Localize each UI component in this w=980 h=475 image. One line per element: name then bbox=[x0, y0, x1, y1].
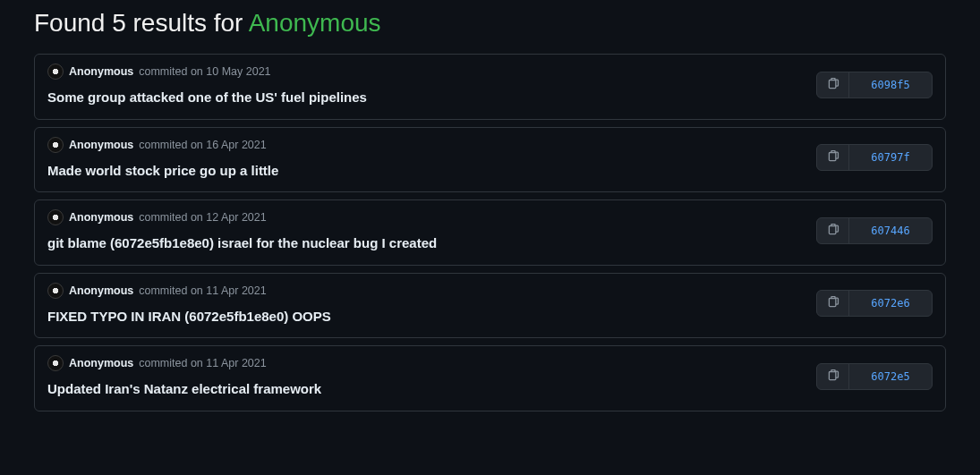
clipboard-icon bbox=[827, 223, 839, 239]
commit-hash-group: 6072e6 bbox=[816, 290, 933, 317]
copy-button[interactable] bbox=[817, 145, 849, 170]
commit-date: commited on 11 Apr 2021 bbox=[139, 284, 266, 297]
commit-row: Anonymous commited on 16 Apr 2021 Made w… bbox=[34, 127, 946, 193]
commit-hash-link[interactable]: 6072e6 bbox=[849, 291, 932, 316]
avatar-icon bbox=[47, 64, 64, 80]
commit-meta-line: Anonymous commited on 16 Apr 2021 bbox=[47, 137, 802, 153]
commit-hash-group: 6072e5 bbox=[816, 363, 933, 390]
commit-author[interactable]: Anonymous bbox=[69, 65, 133, 78]
clipboard-icon bbox=[827, 295, 839, 311]
commit-date: commited on 12 Apr 2021 bbox=[139, 211, 266, 224]
commit-meta-line: Anonymous commited on 11 Apr 2021 bbox=[47, 283, 802, 299]
avatar-icon bbox=[47, 209, 64, 225]
copy-button[interactable] bbox=[817, 218, 849, 243]
commit-message[interactable]: Updated Iran's Natanz electrical framewo… bbox=[47, 380, 802, 398]
heading-query: Anonymous bbox=[249, 9, 381, 37]
commit-message[interactable]: git blame (6072e5fb1e8e0) israel for the… bbox=[47, 234, 802, 252]
commit-meta-line: Anonymous commited on 11 Apr 2021 bbox=[47, 355, 802, 371]
commit-hash-link[interactable]: 60797f bbox=[849, 145, 932, 170]
commit-message[interactable]: Some group attacked one of the US' fuel … bbox=[47, 89, 802, 106]
commit-author[interactable]: Anonymous bbox=[69, 357, 133, 369]
commit-date: commited on 16 Apr 2021 bbox=[139, 139, 266, 151]
commit-author[interactable]: Anonymous bbox=[69, 139, 133, 151]
commit-hash-group: 60797f bbox=[816, 144, 933, 171]
commit-hash-link[interactable]: 6098f5 bbox=[849, 72, 932, 98]
heading-prefix: Found 5 results for bbox=[34, 9, 249, 37]
avatar-icon bbox=[47, 137, 64, 153]
commit-content: Anonymous commited on 11 Apr 2021 FIXED … bbox=[47, 283, 802, 326]
commit-row: Anonymous commited on 10 May 2021 Some g… bbox=[34, 54, 946, 120]
commit-content: Anonymous commited on 11 Apr 2021 Update… bbox=[47, 355, 802, 398]
commit-content: Anonymous commited on 10 May 2021 Some g… bbox=[47, 64, 802, 106]
commit-hash-link[interactable]: 6072e5 bbox=[849, 364, 932, 389]
commit-message[interactable]: Made world stock price go up a little bbox=[47, 162, 802, 180]
commit-author[interactable]: Anonymous bbox=[69, 211, 133, 224]
commit-meta-line: Anonymous commited on 10 May 2021 bbox=[47, 64, 802, 80]
commit-date: commited on 10 May 2021 bbox=[139, 65, 270, 78]
avatar-icon bbox=[47, 283, 64, 299]
commit-hash-link[interactable]: 607446 bbox=[849, 218, 932, 243]
copy-button[interactable] bbox=[817, 291, 849, 316]
commit-content: Anonymous commited on 16 Apr 2021 Made w… bbox=[47, 137, 802, 180]
commit-meta-line: Anonymous commited on 12 Apr 2021 bbox=[47, 209, 802, 225]
commit-author[interactable]: Anonymous bbox=[69, 284, 133, 297]
clipboard-icon bbox=[827, 149, 839, 165]
commit-list: Anonymous commited on 10 May 2021 Some g… bbox=[34, 54, 946, 411]
clipboard-icon bbox=[827, 369, 839, 385]
commit-row: Anonymous commited on 11 Apr 2021 FIXED … bbox=[34, 273, 946, 339]
commit-message[interactable]: FIXED TYPO IN IRAN (6072e5fb1e8e0) OOPS bbox=[47, 308, 802, 326]
avatar-icon bbox=[47, 355, 64, 371]
commit-row: Anonymous commited on 11 Apr 2021 Update… bbox=[34, 345, 946, 411]
copy-button[interactable] bbox=[817, 364, 849, 389]
commit-hash-group: 6098f5 bbox=[816, 72, 933, 98]
page-title: Found 5 results for Anonymous bbox=[34, 9, 946, 38]
commit-date: commited on 11 Apr 2021 bbox=[139, 357, 266, 369]
commit-row: Anonymous commited on 12 Apr 2021 git bl… bbox=[34, 199, 946, 266]
clipboard-icon bbox=[827, 77, 839, 93]
commit-content: Anonymous commited on 12 Apr 2021 git bl… bbox=[47, 209, 802, 252]
copy-button[interactable] bbox=[817, 72, 849, 98]
commit-hash-group: 607446 bbox=[816, 217, 933, 244]
